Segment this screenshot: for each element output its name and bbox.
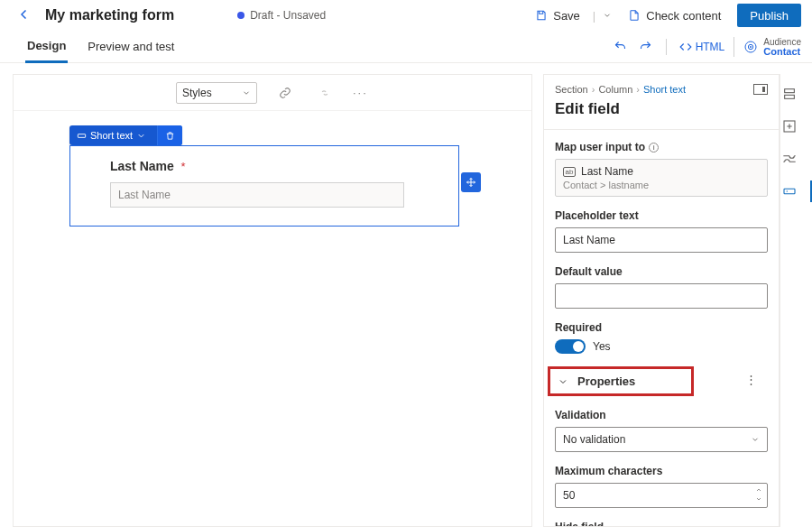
toolbar-divider [666,39,667,55]
svg-rect-5 [784,95,794,98]
map-field-name: Last Name [581,165,633,178]
back-arrow-icon[interactable] [16,6,32,25]
status-dot-icon [237,12,245,19]
save-button-label: Save [553,9,580,23]
map-field-path: Contact > lastname [563,180,760,190]
svg-rect-7 [784,189,795,193]
rail-settings-icon[interactable] [780,150,798,168]
unlink-tool-icon [313,81,337,105]
styles-dropdown[interactable]: Styles [176,82,257,104]
field-input-preview: Last Name [110,182,404,208]
placeholder-input[interactable] [555,227,768,253]
field-label: Last Name [110,159,174,173]
svg-point-2 [751,46,752,47]
breadcrumb-section[interactable]: Section [555,84,588,95]
panel-title: Edit field [544,95,779,130]
validation-select[interactable]: No validation [555,427,768,452]
html-view-label: HTML [696,41,725,53]
field-type-icon: ab [563,167,576,177]
canvas-more-menu[interactable]: ··· [353,86,368,99]
selection-chip-label: Short text [90,130,133,141]
redo-button[interactable] [633,34,659,60]
audience-bottom-label: Contact [763,47,801,57]
hide-field-label: Hide field [555,521,768,526]
html-view-button[interactable]: HTML [679,41,725,53]
rail-field-icon[interactable] [780,182,798,200]
selection-chip[interactable]: Short text [69,125,182,145]
link-tool-icon[interactable] [273,81,297,105]
required-toggle[interactable] [555,339,586,354]
selected-field-box[interactable]: Last Name * Last Name [69,145,459,227]
properties-panel: Section › Column › Short text Edit field… [543,74,780,527]
right-rail [780,74,812,527]
info-icon[interactable]: i [649,143,659,153]
undo-button[interactable] [608,34,633,60]
save-split-separator: | [593,9,595,23]
rail-add-icon[interactable] [780,117,798,135]
validation-label: Validation [555,409,768,421]
publish-button[interactable]: Publish [737,4,801,27]
selection-delete-button[interactable] [157,125,182,145]
required-label: Required [555,321,768,334]
status-text: Draft - Unsaved [250,9,326,22]
save-menu-chevron[interactable] [601,9,612,23]
default-value-input[interactable] [555,283,768,309]
move-handle[interactable] [461,172,481,192]
styles-dropdown-label: Styles [182,87,212,99]
panel-layout-icon[interactable] [753,84,768,95]
breadcrumb: Section › Column › Short text [544,75,779,95]
maxchars-input[interactable]: 50 [555,483,768,508]
svg-rect-4 [784,89,794,93]
placeholder-label: Placeholder text [555,209,768,222]
properties-more-menu[interactable]: ⋮ [745,373,757,386]
default-value-label: Default value [555,265,768,278]
tab-preview[interactable]: Preview and test [86,31,176,63]
svg-point-1 [749,44,753,49]
tab-design[interactable]: Design [25,31,68,63]
page-title: My marketing form [45,7,174,23]
svg-point-0 [745,42,756,52]
map-input-label: Map user input to [555,141,645,153]
check-content-label: Check content [646,9,721,23]
required-value: Yes [593,340,611,353]
save-button[interactable]: Save [528,4,587,27]
required-star-icon: * [180,160,185,173]
svg-rect-3 [78,134,85,137]
validation-value: No validation [563,433,625,446]
breadcrumb-current: Short text [643,84,686,95]
check-content-button[interactable]: Check content [621,4,728,27]
maxchars-step-down[interactable] [754,495,763,504]
maxchars-value: 50 [563,489,575,502]
maxchars-label: Maximum characters [555,465,768,477]
properties-section-label: Properties [577,374,635,388]
maxchars-step-up[interactable] [754,485,763,495]
audience-button[interactable]: Audience Contact [734,37,801,57]
properties-section-header[interactable]: Properties [548,366,694,396]
map-input-box[interactable]: ab Last Name Contact > lastname [555,159,768,197]
audience-top-label: Audience [763,37,801,47]
breadcrumb-column[interactable]: Column [598,84,632,95]
rail-elements-icon[interactable] [780,85,798,103]
design-canvas[interactable]: Styles ··· Short text [13,74,532,527]
publish-button-label: Publish [750,9,789,23]
